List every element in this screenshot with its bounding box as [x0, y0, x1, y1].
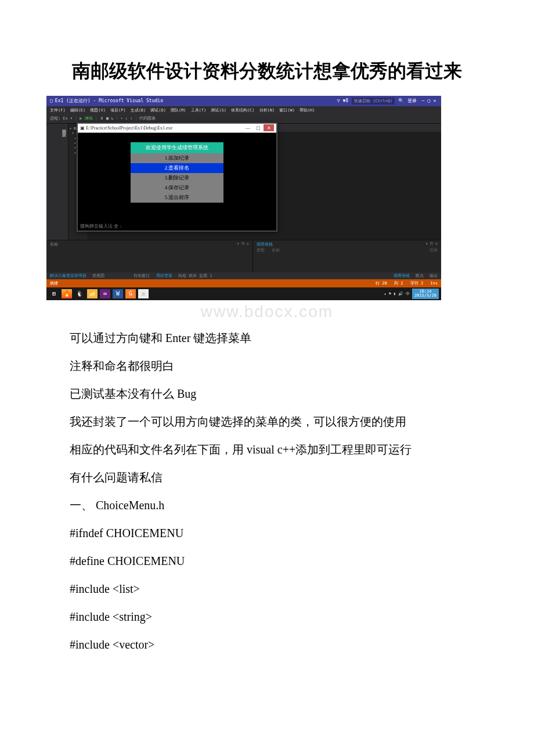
restart-button[interactable]: ↻ [111, 116, 113, 121]
menu-project[interactable]: 项目(P) [110, 107, 126, 113]
tab-output[interactable]: 输出 [430, 273, 438, 278]
tab-callstack[interactable]: 调用堆栈 [394, 273, 410, 278]
minimize-icon[interactable]: — [420, 98, 426, 103]
paragraph: 可以通过方向键和 Enter 键选择菜单 [46, 327, 488, 349]
ime-indicator: 搜狗拼音输入法 全： [80, 223, 123, 229]
app-browser-icon[interactable]: 🔥 [62, 289, 72, 298]
quick-launch-input[interactable]: 快速启动 (Ctrl+Q) [352, 98, 395, 105]
console-titlebar: ▣ E:\Practice\SchoolProject\Ex1\Debug\Ex… [78, 124, 276, 133]
app-menu[interactable]: 欢迎使用学生成绩管理系统 1.添加纪录 2.查看排名 3.删除记录 4.保存记录… [131, 142, 223, 203]
app-qq-icon[interactable]: 🐧 [74, 289, 85, 298]
menu-view[interactable]: 视图(V) [90, 107, 106, 113]
app-menu-title: 欢迎使用学生成绩管理系统 [131, 142, 223, 153]
status-ready: 就绪 [50, 280, 58, 286]
console-window: ▣ E:\Practice\SchoolProject\Ex1\Debug\Ex… [77, 123, 277, 232]
taskbar-clock[interactable]: 16:14 2015/5/26 [412, 289, 439, 299]
watermark-text: www.bdocx.com [46, 303, 488, 321]
codemap-button[interactable]: 代码图表 [139, 116, 156, 121]
menu-item-save[interactable]: 4.保存记录 [131, 183, 223, 193]
toolbar-proc-dropdown[interactable]: Ex ▾ [63, 116, 73, 121]
panel-pin-icon[interactable]: ▾ ⊓ × [425, 242, 438, 247]
document-body: 可以通过方向键和 Enter 键选择菜单 注释和命名都很明白 已测试基本没有什么… [46, 327, 488, 656]
paragraph: 相应的代码和文件名列在下面，用 visual c++添加到工程里即可运行 [46, 438, 488, 460]
col-name: 名称 [272, 247, 280, 253]
menu-edit[interactable]: 编辑(E) [70, 107, 86, 113]
console-icon: ▣ [80, 125, 85, 131]
menu-file[interactable]: 文件(F) [50, 107, 66, 113]
close-icon[interactable]: ✕ [432, 98, 438, 103]
stop-button[interactable]: ■ [106, 116, 109, 121]
window-buttons[interactable]: —▢✕ [420, 98, 438, 103]
console-close-icon[interactable]: ✕ [264, 124, 274, 131]
tab-locals[interactable]: 局部变量 [156, 273, 172, 278]
code-line: #include <vector> [46, 633, 488, 656]
app-console-icon[interactable]: ▣ [138, 289, 149, 298]
menu-team[interactable]: 团队(M) [171, 107, 186, 113]
app-folder-icon[interactable]: 📁 [87, 289, 98, 298]
menu-item-delete[interactable]: 3.删除记录 [131, 173, 223, 183]
vs-window-title: Ex1 (正在运行) - Microsoft Visual Studio [55, 98, 163, 104]
pause-button[interactable]: ⏸ [100, 116, 104, 121]
paragraph: 有什么问题请私信 [46, 466, 488, 488]
menu-item-view-rank[interactable]: 2.查看排名 [131, 163, 223, 173]
tab-solution-explorer[interactable]: 解决方案资源管理器 [50, 273, 86, 278]
step-out-button[interactable]: ↑ [130, 116, 132, 121]
sidebar-collapsed[interactable]: 解决方案资源管理器 搜索解决 [46, 124, 68, 240]
code-line: #ifndef CHOICEMENU [46, 522, 488, 544]
menu-debug[interactable]: 调试(D) [150, 107, 166, 113]
menu-arch[interactable]: 体系结构(C) [231, 107, 255, 113]
tray-network-icon[interactable]: ▮ [394, 291, 396, 296]
tray-volume-icon[interactable]: 🔊 [398, 291, 403, 296]
tray-up-icon[interactable]: ▴ [384, 291, 386, 296]
autos-name-col: 名称 [50, 242, 58, 247]
tab-class-view[interactable]: 类视图 [92, 273, 104, 278]
tab-autos[interactable]: 自动窗口 [134, 273, 150, 278]
console-maximize-icon[interactable]: ▢ [253, 124, 264, 131]
vs-menubar[interactable]: 文件(F) 编辑(E) 视图(V) 项目(P) 生成(B) 调试(D) 团队(M… [46, 106, 441, 114]
toolbar-process-label: 进程: [50, 116, 60, 121]
callstack-header: 调用堆栈 [257, 242, 273, 247]
vs-bottom-panels: 名称 ▾ ⊓ × 调用堆栈 ▾ ⊓ × 类型 名称 语言 [46, 240, 441, 272]
app-sogou-icon[interactable]: G [125, 289, 136, 298]
tray-flag-icon[interactable]: ⚑ [389, 291, 391, 296]
status-line: 行 20 [376, 281, 387, 286]
code-line: #include <list> [46, 578, 488, 600]
code-line: #include <string> [46, 606, 488, 628]
status-ins: Ins [430, 281, 438, 286]
col-lang: 语言 [430, 247, 438, 253]
app-word-icon[interactable]: W [113, 289, 123, 298]
step-into-button[interactable]: ↓ [125, 116, 128, 121]
vs-logo-icon: ▢ [50, 98, 53, 103]
menu-window[interactable]: 窗口(W) [279, 107, 295, 113]
tray-lang-icon[interactable]: 中 [406, 291, 410, 297]
console-title-text: ▣ E:\Practice\SchoolProject\Ex1\Debug\Ex… [80, 125, 172, 131]
tab-breakpoints[interactable]: 断点 [416, 273, 424, 278]
quick-launch-icons: ▽ ▼8 [337, 98, 348, 103]
maximize-icon[interactable]: ▢ [426, 98, 432, 103]
app-vs-icon[interactable]: ∞ [100, 289, 110, 298]
vs-titlebar: ▢ Ex1 (正在运行) - Microsoft Visual Studio ▽… [46, 96, 441, 106]
continue-button[interactable]: ▶ 继续 [80, 116, 92, 121]
code-line: #define CHOICEMENU [46, 550, 488, 572]
menu-help[interactable]: 帮助(H) [300, 107, 315, 113]
paragraph: 已测试基本没有什么 Bug [46, 383, 488, 405]
search-icon[interactable]: 🔍 [398, 98, 404, 103]
menu-analyze[interactable]: 分析(N) [259, 107, 275, 113]
console-minimize-icon[interactable]: — [243, 124, 253, 131]
paragraph: 我还封装了一个可以用方向键选择的菜单的类，可以很方便的使用 [46, 411, 488, 433]
login-link[interactable]: 登录 [407, 98, 417, 104]
paragraph: 一、 ChoiceMenu.h [46, 494, 488, 516]
menu-test[interactable]: 测试(S) [211, 107, 226, 113]
vs-statusbar: 就绪 行 20 列 2 字符 2 Ins [46, 279, 441, 287]
step-over-button[interactable]: ↷ [121, 116, 123, 121]
tab-threads[interactable]: 线程 模块 监视 1 [178, 273, 212, 278]
bottom-tabs[interactable]: 解决方案资源管理器 类视图 自动窗口 局部变量 线程 模块 监视 1 调用堆栈 … [46, 272, 441, 279]
status-col: 列 2 [394, 281, 403, 286]
menu-item-add[interactable]: 1.添加纪录 [131, 153, 223, 163]
windows-taskbar[interactable]: ⊞ 🔥 🐧 📁 ∞ W G ▣ ▴ ⚑ ▮ 🔊 中 16:14 2015/5/2… [46, 287, 441, 300]
panel-pin-icon[interactable]: ▾ ⊓ × [237, 242, 249, 247]
menu-item-exit[interactable]: 5.退出程序 [131, 193, 223, 203]
menu-tools[interactable]: 工具(T) [191, 107, 207, 113]
start-button[interactable]: ⊞ [49, 289, 59, 298]
menu-build[interactable]: 生成(B) [131, 107, 146, 113]
